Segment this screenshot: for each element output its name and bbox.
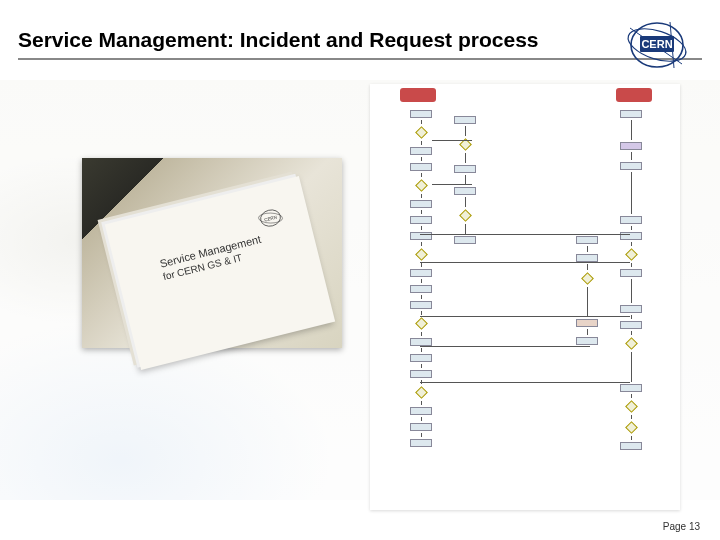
document-title-text: Service Management for CERN GS & IT (158, 232, 265, 284)
logo-text: CERN (641, 38, 672, 50)
flowchart-left-branch (450, 114, 480, 246)
process-flowchart (370, 84, 680, 510)
page-label: Page (663, 521, 686, 532)
slide-title: Service Management: Incident and Request… (18, 28, 539, 52)
slide: Service Management: Incident and Request… (0, 0, 720, 540)
slide-header: Service Management: Incident and Request… (18, 28, 702, 60)
doc-cern-logo-icon: CERN (255, 205, 286, 235)
flow-connector (420, 346, 590, 347)
flowchart-right-branch (572, 234, 602, 347)
slide-content: CERN Service Management for CERN GS & IT (0, 90, 720, 510)
flow-connector (432, 184, 472, 185)
flowchart-right-column (616, 108, 646, 452)
flow-connector (420, 262, 630, 263)
flowchart-header-left (400, 88, 436, 102)
page-footer: Page 13 (663, 521, 700, 532)
page-number: 13 (689, 521, 700, 532)
flow-connector (432, 140, 472, 141)
flow-connector (420, 382, 630, 383)
cern-logo-icon: CERN (622, 20, 692, 70)
flow-connector (420, 234, 630, 235)
flowchart-left-column (406, 108, 436, 449)
svg-text:CERN: CERN (264, 215, 278, 223)
flow-connector (420, 316, 630, 317)
document-photo: CERN Service Management for CERN GS & IT (82, 158, 342, 348)
flowchart-header-right (616, 88, 652, 102)
